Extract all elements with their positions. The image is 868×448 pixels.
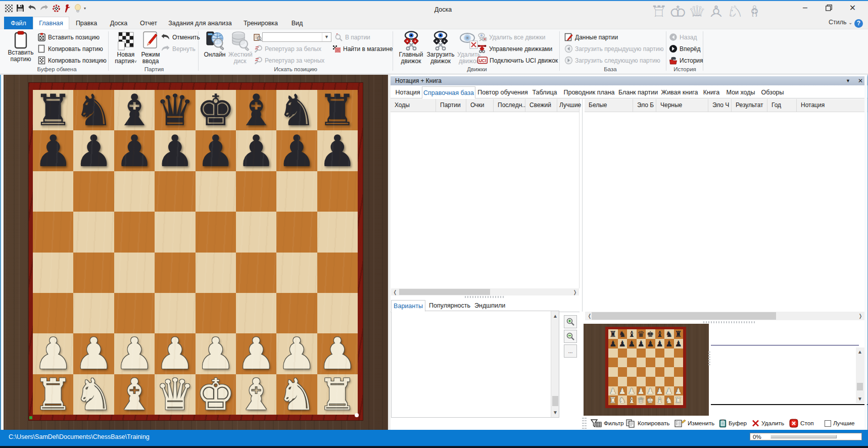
svg-text:UCI: UCI xyxy=(479,58,486,63)
